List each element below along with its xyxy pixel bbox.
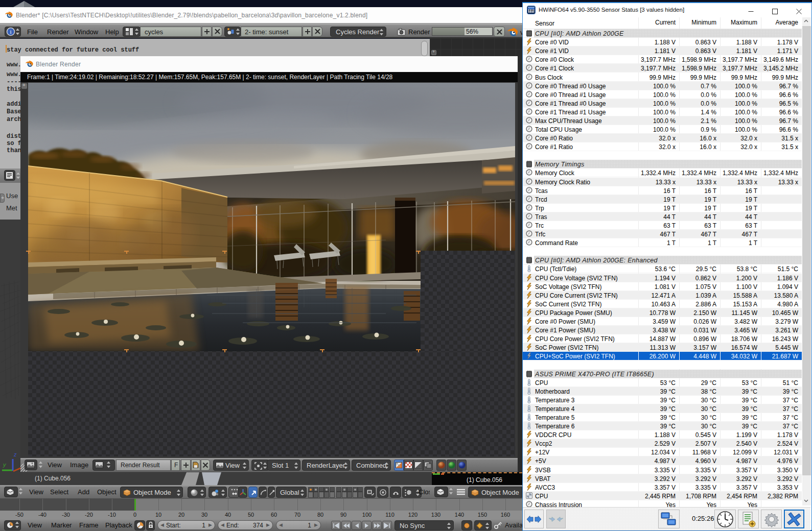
svg-text:i: i [10, 29, 11, 35]
svg-text:y: y [3, 462, 7, 468]
svg-text:z: z [13, 451, 17, 457]
